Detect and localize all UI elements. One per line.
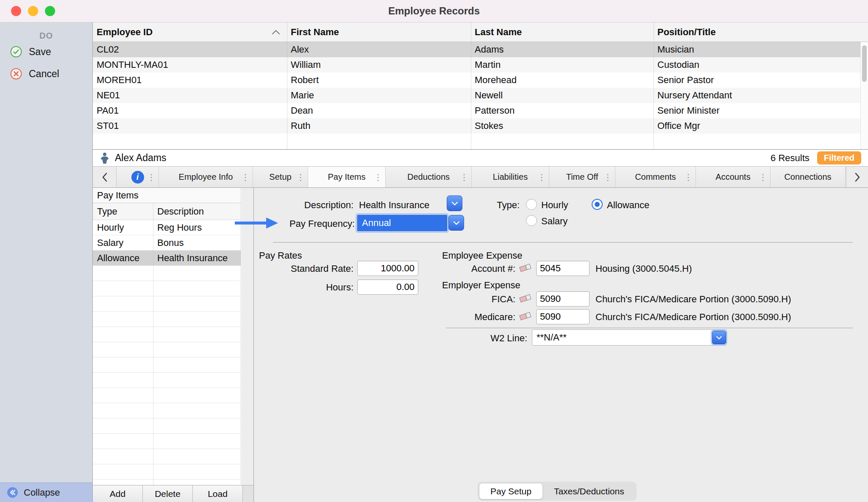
pay-items-column-headers: Type Description [93,203,241,220]
table-row[interactable]: MOREH01 Robert Morehead Senior Pastor [93,73,868,88]
eraser-icon[interactable] [518,310,533,323]
w2-line-dropdown[interactable]: **N/A** [532,329,726,346]
tab-record-info[interactable]: i ⋮ [117,167,159,187]
chevron-right-icon [854,173,860,182]
type-option-hourly[interactable]: Hourly [541,200,568,211]
type-radio-allowance[interactable] [592,199,603,210]
cell-description: Reg Hours [153,222,241,233]
hours-input[interactable] [357,279,418,295]
cell-first-name: Marie [287,90,471,101]
cell-position: Office Mgr [654,120,868,131]
employee-records-table: Employee ID First Name Last Name Positio… [93,22,868,150]
save-button[interactable]: Save [0,41,92,63]
cell-type: Allowance [93,253,153,264]
tab-menu-dots-icon[interactable]: ⋮ [684,172,693,182]
tab-menu-dots-icon[interactable]: ⋮ [759,172,767,182]
tab-comments[interactable]: Comments ⋮ [615,167,696,187]
account-number-input[interactable] [536,261,590,276]
pay-item-row[interactable]: Hourly Reg Hours [93,220,241,235]
close-window-button[interactable] [11,6,21,16]
current-record-bar: Alex Adams 6 Results Filtered [93,150,868,167]
description-value: Health Insurance [359,200,429,211]
type-radio-hourly[interactable] [526,199,537,210]
tabs-scroll-right-button[interactable] [846,167,868,187]
column-header-employee-id[interactable]: Employee ID [93,22,287,42]
bottom-tab-switcher: Pay Setup Taxes/Deductions [478,482,637,501]
minimize-window-button[interactable] [28,6,38,16]
cancel-button[interactable]: Cancel [0,63,92,85]
table-row[interactable]: CL02 Alex Adams Musician [93,42,868,57]
table-row[interactable]: PA01 Dean Patterson Senior Minister [93,103,868,118]
collapse-button[interactable]: Collapse [0,482,92,502]
load-button[interactable]: Load [193,485,243,502]
cancel-label: Cancel [29,68,59,80]
type-radio-salary[interactable] [526,215,537,226]
pay-frequency-dropdown-button[interactable] [448,215,464,231]
cell-employee-id: ST01 [93,120,287,131]
table-row[interactable]: MONTHLY-MA01 William Martin Custodian [93,57,868,73]
standard-rate-label: Standard Rate: [269,263,353,274]
fica-account-input[interactable] [536,291,590,307]
tab-connections[interactable]: Connections [771,167,846,187]
tabs-scroll-left-button[interactable] [93,167,117,187]
delete-button[interactable]: Delete [143,485,193,502]
type-label: Type: [483,200,520,211]
tab-time-off[interactable]: Time Off ⋮ [549,167,615,187]
type-option-allowance[interactable]: Allowance [607,200,649,211]
tab-menu-dots-icon[interactable]: ⋮ [147,172,156,182]
medicare-label: Medicare: [435,312,515,323]
tab-pay-items[interactable]: Pay Items ⋮ [308,167,386,187]
cell-first-name: Dean [287,105,471,116]
filtered-badge[interactable]: Filtered [817,151,861,165]
column-header-last-name[interactable]: Last Name [471,22,654,42]
tab-employee-info[interactable]: Employee Info ⋮ [159,167,253,187]
employee-expense-heading: Employee Expense [442,250,523,261]
tab-menu-dots-icon[interactable]: ⋮ [537,172,546,182]
tab-menu-dots-icon[interactable]: ⋮ [604,172,612,182]
cell-employee-id: MONTHLY-MA01 [93,59,287,70]
medicare-description: Church's FICA/Medicare Portion (3000.509… [595,312,791,323]
table-scrollbar[interactable] [860,42,868,149]
tab-taxes-deductions[interactable]: Taxes/Deductions [543,483,635,499]
cell-employee-id: MOREH01 [93,75,287,86]
tab-setup[interactable]: Setup ⋮ [253,167,308,187]
medicare-account-input[interactable] [536,309,590,324]
person-icon [99,152,111,165]
tab-accounts[interactable]: Accounts ⋮ [696,167,771,187]
standard-rate-input[interactable] [357,261,418,276]
tab-liabilities[interactable]: Liabilities ⋮ [472,167,549,187]
description-dropdown-button[interactable] [447,195,462,211]
empty-rows-filler [93,266,241,485]
tab-deductions[interactable]: Deductions ⋮ [386,167,472,187]
cell-position: Musician [654,44,868,55]
pay-items-scroll-gutter [242,188,253,485]
zoom-window-button[interactable] [45,6,55,16]
account-description: Housing (3000.5045.H) [595,263,692,274]
window-title: Employee Records [388,5,480,17]
table-row[interactable]: NE01 Marie Newell Nursery Attendant [93,88,868,103]
tab-menu-dots-icon[interactable]: ⋮ [296,172,305,182]
add-button[interactable]: Add [93,485,143,502]
table-row[interactable]: ST01 Ruth Stokes Office Mgr [93,118,868,134]
column-header-position[interactable]: Position/Title [654,22,868,42]
type-option-salary[interactable]: Salary [541,216,568,227]
eraser-icon[interactable] [518,292,533,305]
sidebar-group-label: DO [0,31,92,41]
eraser-icon[interactable] [518,262,533,274]
pay-item-row[interactable]: Allowance Health Insurance [93,251,241,266]
pay-frequency-dropdown[interactable]: Annual [357,215,447,231]
tab-menu-dots-icon[interactable]: ⋮ [241,172,250,182]
pay-item-row[interactable]: Salary Bonus [93,235,241,251]
tab-menu-dots-icon[interactable]: ⋮ [374,172,382,182]
collapse-label: Collapse [24,487,60,498]
scrollbar-thumb[interactable] [862,45,867,82]
tab-menu-dots-icon[interactable]: ⋮ [460,172,468,182]
tab-pay-setup[interactable]: Pay Setup [479,483,543,499]
cell-position: Nursery Attendant [654,90,868,101]
pay-items-actions: Add Delete Load [93,485,253,502]
column-header-first-name[interactable]: First Name [287,22,471,42]
pay-items-list: Pay Items Type Description Hourly Reg Ho… [93,188,241,485]
pay-items-panel-title: Pay Items [93,188,241,203]
w2-line-dropdown-button[interactable] [712,331,726,344]
column-header-type: Type [93,206,153,217]
